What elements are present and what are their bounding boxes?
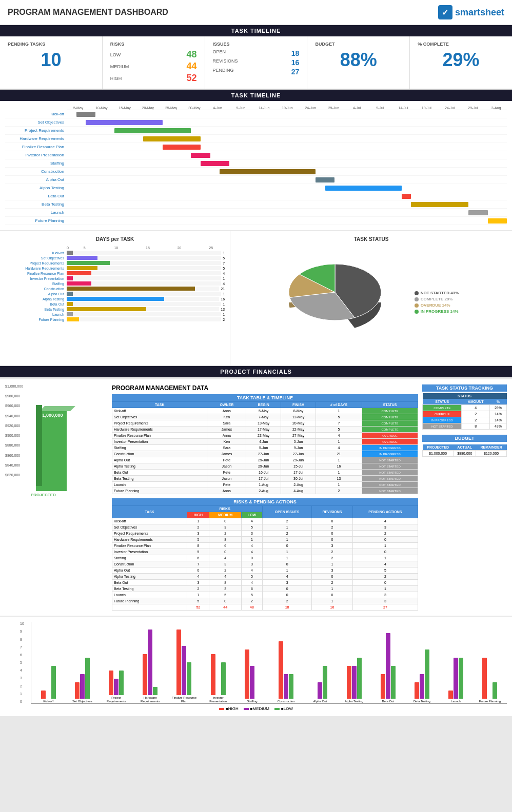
risk-high-label: HIGH	[110, 76, 122, 81]
issue-open-label: OPEN	[213, 49, 226, 57]
legend-high: ■HIGH	[219, 706, 239, 711]
risk-high-row: HIGH 52	[110, 73, 197, 84]
issue-pending-value: 27	[291, 68, 300, 76]
legend-item-1: COMPLETE 29%	[415, 297, 459, 301]
issue-open-row: OPEN 18	[213, 49, 300, 57]
legend-item-2: OVERDUE 14%	[415, 303, 459, 308]
project-financials-header: PROJECT FINANCIALS	[0, 366, 512, 377]
legend-item-0: NOT STARTED 43%	[415, 291, 459, 295]
metrics-row: PENDING TASKS 10 RISKS LOW 48 MEDIUM 44 …	[0, 36, 512, 90]
financials-section: $1,000,000$980,000$960,000$940,000$920,0…	[0, 379, 512, 616]
days-per-task-chart: DAYS per TASK 0510152025 Kick-off 1 Set …	[0, 231, 230, 365]
task-table: TASKOWNERBEGINFINISH# of DAYSSTATUS Kick…	[112, 401, 418, 494]
issues-label: ISSUES	[213, 42, 300, 47]
budget-metric: BUDGET 88%	[307, 36, 410, 89]
bottom-bar-chart: 012345678910 Kick-off Set Objectives Pro…	[0, 617, 512, 716]
budget-chart: $1,000,000$980,000$960,000$940,000$920,0…	[5, 384, 108, 611]
pct-complete-value: 29%	[418, 49, 504, 71]
budget-tracking-header: BUDGET	[422, 435, 507, 442]
center-tables: PROGRAM MANAGEMENT DATA TASK TABLE & TIM…	[112, 384, 418, 611]
risk-low-row: LOW 48	[110, 49, 197, 60]
risks-table: TASK RISKS OPEN ISSUES REVISIONS PENDING…	[112, 505, 418, 611]
right-tracking-panel: TASK STATUS TRACKING STATUSSTATUSAMOUNT%…	[422, 384, 507, 611]
issue-open-value: 18	[291, 49, 300, 57]
issue-pending-row: PENDING 27	[213, 68, 300, 76]
budget-value: 88%	[315, 49, 402, 71]
tracking-table: STATUSSTATUSAMOUNT% COMPLETE 4 29% OVERD…	[422, 393, 507, 430]
check-icon: ✓	[438, 5, 452, 19]
risks-table-header: RISKS & PENDING ACTIONS	[112, 498, 418, 505]
budget-tracking-table: PROJECTEDACTUALREMAINDER$1,000,000$880,0…	[422, 444, 507, 457]
issue-pending-label: PENDING	[213, 68, 234, 76]
issue-revisions-value: 16	[291, 58, 300, 67]
program-data-title: PROGRAM MANAGEMENT DATA	[112, 384, 418, 392]
pending-tasks-label: PENDING TASKS	[8, 42, 94, 47]
issues-grid: OPEN 18 REVISIONS 16 PENDING 27	[213, 49, 300, 76]
budget-label: BUDGET	[315, 42, 402, 47]
pending-tasks-value: 10	[8, 49, 94, 71]
header: PROGRAM MANAGEMENT DASHBOARD ✓ smartshee…	[0, 0, 512, 25]
gantt-chart: 5-May10-May15-May20-May25-May30-May4-Jun…	[0, 101, 512, 230]
days-chart-title: DAYS per TASK	[5, 236, 225, 242]
pct-complete-label: % COMPLETE	[418, 42, 504, 47]
risk-low-value: 48	[187, 49, 197, 60]
task-status-title: TASK STATUS	[235, 236, 507, 242]
task-table-header: TASK TABLE & TIMELINE	[112, 394, 418, 401]
risks-metric: RISKS LOW 48 MEDIUM 44 HIGH 52	[103, 36, 205, 89]
issues-metric: ISSUES OPEN 18 REVISIONS 16 PENDING 27	[205, 36, 308, 89]
pending-tasks-metric: PENDING TASKS 10	[0, 36, 103, 89]
issue-revisions-label: REVISIONS	[213, 58, 238, 67]
pct-complete-metric: % COMPLETE 29%	[410, 36, 512, 89]
task-status-chart: TASK STATUS NOT STARTED 43% COMPLETE 29%…	[230, 231, 512, 365]
chart-legend: ■HIGH ■MEDIUM ■LOW	[5, 706, 507, 711]
task-timeline-header: TASK TIMELINE	[0, 25, 512, 36]
risk-low-label: LOW	[110, 52, 121, 57]
gantt-section-header: TASK TIMELINE	[0, 90, 512, 101]
legend-medium: ■MEDIUM	[244, 706, 269, 711]
risk-medium-row: MEDIUM 44	[110, 61, 197, 72]
smartsheet-logo: ✓ smartsheet	[438, 5, 504, 19]
risk-medium-value: 44	[187, 61, 197, 72]
page-title: PROGRAM MANAGEMENT DASHBOARD	[8, 8, 168, 17]
risks-grid: LOW 48 MEDIUM 44 HIGH 52	[110, 49, 197, 84]
legend-low: ■LOW	[274, 706, 293, 711]
risk-high-value: 52	[187, 73, 197, 84]
risks-label: RISKS	[110, 42, 197, 47]
tracking-header: TASK STATUS TRACKING	[422, 384, 507, 392]
risk-medium-label: MEDIUM	[110, 64, 129, 69]
issue-revisions-row: REVISIONS 16	[213, 58, 300, 67]
legend-item-3: IN PROGRESS 14%	[415, 309, 459, 314]
middle-charts-row: DAYS per TASK 0510152025 Kick-off 1 Set …	[0, 231, 512, 365]
